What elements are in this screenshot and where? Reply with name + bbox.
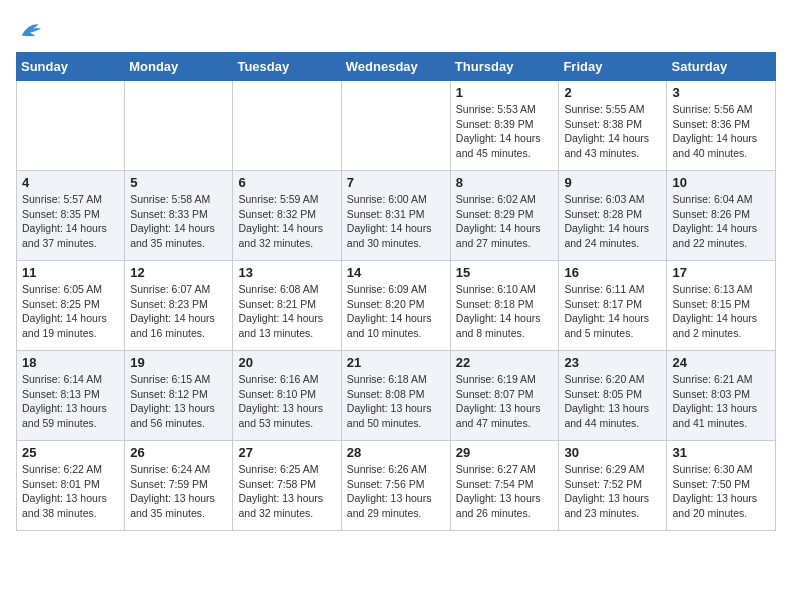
day-info: Sunrise: 6:07 AM Sunset: 8:23 PM Dayligh… [130, 282, 227, 341]
day-info: Sunrise: 6:16 AM Sunset: 8:10 PM Dayligh… [238, 372, 335, 431]
day-number: 27 [238, 445, 335, 460]
day-number: 24 [672, 355, 770, 370]
day-info: Sunrise: 5:53 AM Sunset: 8:39 PM Dayligh… [456, 102, 554, 161]
calendar-cell: 7Sunrise: 6:00 AM Sunset: 8:31 PM Daylig… [341, 171, 450, 261]
day-info: Sunrise: 6:18 AM Sunset: 8:08 PM Dayligh… [347, 372, 445, 431]
day-number: 26 [130, 445, 227, 460]
calendar-cell: 6Sunrise: 5:59 AM Sunset: 8:32 PM Daylig… [233, 171, 341, 261]
day-header-monday: Monday [125, 53, 233, 81]
day-number: 8 [456, 175, 554, 190]
day-number: 19 [130, 355, 227, 370]
calendar-cell: 10Sunrise: 6:04 AM Sunset: 8:26 PM Dayli… [667, 171, 776, 261]
week-row: 4Sunrise: 5:57 AM Sunset: 8:35 PM Daylig… [17, 171, 776, 261]
calendar-cell [125, 81, 233, 171]
calendar-cell: 18Sunrise: 6:14 AM Sunset: 8:13 PM Dayli… [17, 351, 125, 441]
logo-icon [16, 16, 44, 44]
calendar-cell: 5Sunrise: 5:58 AM Sunset: 8:33 PM Daylig… [125, 171, 233, 261]
calendar-cell: 22Sunrise: 6:19 AM Sunset: 8:07 PM Dayli… [450, 351, 559, 441]
day-number: 28 [347, 445, 445, 460]
day-info: Sunrise: 6:29 AM Sunset: 7:52 PM Dayligh… [564, 462, 661, 521]
day-header-tuesday: Tuesday [233, 53, 341, 81]
day-number: 5 [130, 175, 227, 190]
day-header-wednesday: Wednesday [341, 53, 450, 81]
day-info: Sunrise: 6:15 AM Sunset: 8:12 PM Dayligh… [130, 372, 227, 431]
calendar-cell: 12Sunrise: 6:07 AM Sunset: 8:23 PM Dayli… [125, 261, 233, 351]
calendar-cell: 21Sunrise: 6:18 AM Sunset: 8:08 PM Dayli… [341, 351, 450, 441]
calendar-header-row: SundayMondayTuesdayWednesdayThursdayFrid… [17, 53, 776, 81]
day-info: Sunrise: 6:27 AM Sunset: 7:54 PM Dayligh… [456, 462, 554, 521]
week-row: 18Sunrise: 6:14 AM Sunset: 8:13 PM Dayli… [17, 351, 776, 441]
calendar-cell [17, 81, 125, 171]
day-header-thursday: Thursday [450, 53, 559, 81]
day-info: Sunrise: 6:25 AM Sunset: 7:58 PM Dayligh… [238, 462, 335, 521]
day-number: 11 [22, 265, 119, 280]
calendar-cell: 15Sunrise: 6:10 AM Sunset: 8:18 PM Dayli… [450, 261, 559, 351]
calendar-cell: 1Sunrise: 5:53 AM Sunset: 8:39 PM Daylig… [450, 81, 559, 171]
day-info: Sunrise: 6:11 AM Sunset: 8:17 PM Dayligh… [564, 282, 661, 341]
day-number: 14 [347, 265, 445, 280]
day-number: 4 [22, 175, 119, 190]
day-info: Sunrise: 6:09 AM Sunset: 8:20 PM Dayligh… [347, 282, 445, 341]
day-number: 16 [564, 265, 661, 280]
day-number: 31 [672, 445, 770, 460]
calendar-cell: 28Sunrise: 6:26 AM Sunset: 7:56 PM Dayli… [341, 441, 450, 531]
day-number: 6 [238, 175, 335, 190]
day-number: 9 [564, 175, 661, 190]
day-number: 23 [564, 355, 661, 370]
day-info: Sunrise: 6:14 AM Sunset: 8:13 PM Dayligh… [22, 372, 119, 431]
calendar-cell: 14Sunrise: 6:09 AM Sunset: 8:20 PM Dayli… [341, 261, 450, 351]
day-header-saturday: Saturday [667, 53, 776, 81]
day-info: Sunrise: 6:00 AM Sunset: 8:31 PM Dayligh… [347, 192, 445, 251]
day-info: Sunrise: 5:56 AM Sunset: 8:36 PM Dayligh… [672, 102, 770, 161]
week-row: 1Sunrise: 5:53 AM Sunset: 8:39 PM Daylig… [17, 81, 776, 171]
day-info: Sunrise: 6:08 AM Sunset: 8:21 PM Dayligh… [238, 282, 335, 341]
day-header-friday: Friday [559, 53, 667, 81]
logo [16, 16, 48, 44]
day-number: 15 [456, 265, 554, 280]
day-info: Sunrise: 6:21 AM Sunset: 8:03 PM Dayligh… [672, 372, 770, 431]
day-header-sunday: Sunday [17, 53, 125, 81]
day-number: 29 [456, 445, 554, 460]
day-number: 30 [564, 445, 661, 460]
calendar-cell: 23Sunrise: 6:20 AM Sunset: 8:05 PM Dayli… [559, 351, 667, 441]
calendar-cell: 27Sunrise: 6:25 AM Sunset: 7:58 PM Dayli… [233, 441, 341, 531]
day-info: Sunrise: 6:20 AM Sunset: 8:05 PM Dayligh… [564, 372, 661, 431]
day-info: Sunrise: 5:55 AM Sunset: 8:38 PM Dayligh… [564, 102, 661, 161]
calendar-cell: 19Sunrise: 6:15 AM Sunset: 8:12 PM Dayli… [125, 351, 233, 441]
calendar-cell: 20Sunrise: 6:16 AM Sunset: 8:10 PM Dayli… [233, 351, 341, 441]
week-row: 25Sunrise: 6:22 AM Sunset: 8:01 PM Dayli… [17, 441, 776, 531]
day-number: 1 [456, 85, 554, 100]
day-info: Sunrise: 5:58 AM Sunset: 8:33 PM Dayligh… [130, 192, 227, 251]
day-info: Sunrise: 6:19 AM Sunset: 8:07 PM Dayligh… [456, 372, 554, 431]
day-number: 20 [238, 355, 335, 370]
calendar-cell: 31Sunrise: 6:30 AM Sunset: 7:50 PM Dayli… [667, 441, 776, 531]
day-info: Sunrise: 6:13 AM Sunset: 8:15 PM Dayligh… [672, 282, 770, 341]
day-info: Sunrise: 6:24 AM Sunset: 7:59 PM Dayligh… [130, 462, 227, 521]
day-info: Sunrise: 6:26 AM Sunset: 7:56 PM Dayligh… [347, 462, 445, 521]
day-number: 22 [456, 355, 554, 370]
calendar-cell: 29Sunrise: 6:27 AM Sunset: 7:54 PM Dayli… [450, 441, 559, 531]
calendar-cell: 17Sunrise: 6:13 AM Sunset: 8:15 PM Dayli… [667, 261, 776, 351]
calendar-cell: 25Sunrise: 6:22 AM Sunset: 8:01 PM Dayli… [17, 441, 125, 531]
calendar-cell: 16Sunrise: 6:11 AM Sunset: 8:17 PM Dayli… [559, 261, 667, 351]
calendar-cell: 4Sunrise: 5:57 AM Sunset: 8:35 PM Daylig… [17, 171, 125, 261]
day-info: Sunrise: 6:30 AM Sunset: 7:50 PM Dayligh… [672, 462, 770, 521]
week-row: 11Sunrise: 6:05 AM Sunset: 8:25 PM Dayli… [17, 261, 776, 351]
calendar-cell: 13Sunrise: 6:08 AM Sunset: 8:21 PM Dayli… [233, 261, 341, 351]
day-number: 13 [238, 265, 335, 280]
calendar-cell: 3Sunrise: 5:56 AM Sunset: 8:36 PM Daylig… [667, 81, 776, 171]
day-number: 25 [22, 445, 119, 460]
day-number: 12 [130, 265, 227, 280]
calendar-cell: 11Sunrise: 6:05 AM Sunset: 8:25 PM Dayli… [17, 261, 125, 351]
calendar-table: SundayMondayTuesdayWednesdayThursdayFrid… [16, 52, 776, 531]
calendar-cell: 8Sunrise: 6:02 AM Sunset: 8:29 PM Daylig… [450, 171, 559, 261]
day-info: Sunrise: 6:04 AM Sunset: 8:26 PM Dayligh… [672, 192, 770, 251]
day-info: Sunrise: 6:10 AM Sunset: 8:18 PM Dayligh… [456, 282, 554, 341]
calendar-cell: 24Sunrise: 6:21 AM Sunset: 8:03 PM Dayli… [667, 351, 776, 441]
day-number: 21 [347, 355, 445, 370]
day-info: Sunrise: 6:22 AM Sunset: 8:01 PM Dayligh… [22, 462, 119, 521]
day-number: 17 [672, 265, 770, 280]
day-number: 18 [22, 355, 119, 370]
calendar-cell [341, 81, 450, 171]
page-header [16, 16, 776, 44]
